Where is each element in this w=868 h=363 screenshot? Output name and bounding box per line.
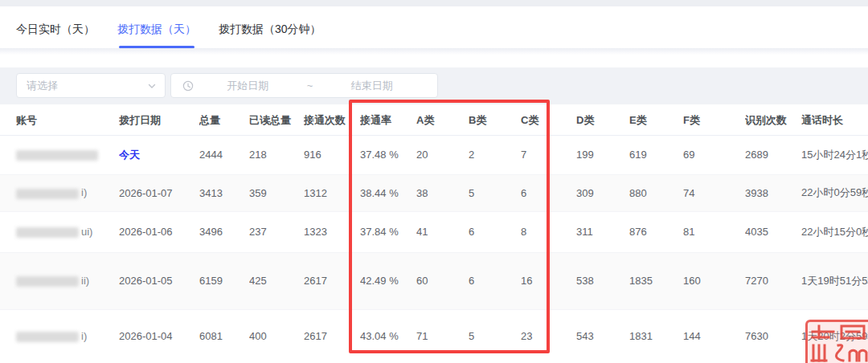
cell-connected: 1312 — [304, 174, 360, 211]
cell-connected: 916 — [304, 135, 360, 174]
account-select[interactable]: 请选择 — [16, 73, 166, 98]
cell-duration: 22小时15分0秒 — [801, 211, 868, 252]
cell-read-total: 359 — [249, 174, 304, 211]
tab-today-realtime[interactable]: 今日实时（天） — [16, 22, 95, 48]
column-header-class-b: B类 — [469, 106, 521, 135]
cell-class-c: 7 — [521, 135, 576, 174]
account-blur — [16, 332, 79, 342]
cell-class-e: 1831 — [629, 309, 683, 363]
cell-connect-rate: 42.49 % — [360, 252, 416, 309]
tabs-divider — [0, 48, 868, 55]
column-header-duration: 通话时长 — [801, 106, 868, 135]
cell-connect-rate: 38.44 % — [360, 174, 416, 211]
column-header-read-total: 已读总量 — [249, 106, 304, 135]
call-stats-table: 账号 拨打日期 总量 已读总量 接通次数 接通率 A类 B类 C类 D类 E类 … — [0, 106, 868, 363]
cell-duration: 15小时24分1秒 — [801, 135, 868, 174]
cell-class-c: 23 — [521, 309, 576, 363]
cell-account: i) — [0, 174, 119, 211]
cell-class-f: 69 — [683, 135, 745, 174]
cell-class-b: 5 — [469, 309, 521, 363]
page-top-strip — [0, 0, 868, 6]
account-blur — [16, 189, 79, 199]
cell-connect-rate: 43.04 % — [360, 309, 416, 363]
cell-connected: 2617 — [304, 309, 360, 363]
table-header-row: 账号 拨打日期 总量 已读总量 接通次数 接通率 A类 B类 C类 D类 E类 … — [0, 106, 868, 135]
column-header-class-e: E类 — [629, 106, 683, 135]
column-header-class-f: F类 — [683, 106, 745, 135]
table-row[interactable]: ui) 2026-01-06 3496 237 1323 37.84 % 41 … — [0, 211, 868, 252]
cell-recognized: 7270 — [745, 252, 801, 309]
column-header-class-d: D类 — [576, 106, 629, 135]
cell-class-f: 81 — [683, 211, 745, 252]
table-row[interactable]: i) 2026-01-07 3413 359 1312 38.44 % 38 5… — [0, 174, 868, 211]
date-range-picker[interactable]: 开始日期 ~ 结束日期 — [170, 73, 438, 98]
column-header-recognized: 识别次数 — [745, 106, 801, 135]
cell-total: 6159 — [199, 252, 249, 309]
cell-connected: 1323 — [304, 211, 360, 252]
call-stats-dashboard: 今日实时（天） 拨打数据（天） 拨打数据（30分钟） 请选择 开始日期 ~ 结束… — [0, 0, 868, 363]
cell-class-d: 538 — [576, 252, 629, 309]
table-body: 今天 2444 218 916 37.48 % 20 2 7 199 619 6… — [0, 135, 868, 363]
cell-duration: 1天20时2分59秒 — [801, 309, 868, 363]
column-header-class-a: A类 — [416, 106, 469, 135]
cell-duration: 1天19时51分5秒 — [801, 252, 868, 309]
table-row[interactable]: ii) 2026-01-05 6159 425 2617 42.49 % 60 … — [0, 252, 868, 309]
cell-recognized: 2689 — [745, 135, 801, 174]
table-container: 账号 拨打日期 总量 已读总量 接通次数 接通率 A类 B类 C类 D类 E类 … — [0, 106, 868, 363]
cell-read-total: 218 — [249, 135, 304, 174]
account-blur — [16, 150, 98, 161]
cell-recognized: 3938 — [745, 174, 801, 211]
cell-total: 3413 — [199, 174, 249, 211]
tab-call-data-30min[interactable]: 拨打数据（30分钟） — [219, 22, 321, 48]
chevron-down-icon — [147, 81, 157, 91]
cell-class-a: 71 — [416, 309, 469, 363]
column-header-class-c: C类 — [521, 106, 576, 135]
tab-call-data-day[interactable]: 拨打数据（天） — [117, 22, 196, 48]
cell-class-e: 619 — [629, 135, 683, 174]
cell-class-b: 6 — [469, 211, 521, 252]
cell-class-b: 2 — [469, 135, 521, 174]
cell-class-d: 309 — [576, 174, 629, 211]
cell-class-e: 880 — [629, 174, 683, 211]
cell-connect-rate: 37.48 % — [360, 135, 416, 174]
column-header-account: 账号 — [0, 106, 119, 135]
date-range-separator: ~ — [302, 80, 318, 92]
cell-call-date: 今天 — [119, 135, 199, 174]
cell-recognized: 7630 — [745, 309, 801, 363]
cell-read-total: 425 — [249, 252, 304, 309]
cell-call-date: 2026-01-07 — [119, 174, 199, 211]
cell-class-e: 876 — [629, 211, 683, 252]
cell-total: 3496 — [199, 211, 249, 252]
account-tail: i) — [81, 186, 87, 198]
cell-account — [0, 135, 119, 174]
cell-class-d: 311 — [576, 211, 629, 252]
cell-class-b: 6 — [469, 252, 521, 309]
start-date-placeholder: 开始日期 — [194, 79, 302, 93]
account-tail: ii) — [81, 275, 89, 287]
account-tail: ui) — [81, 226, 92, 238]
account-tail: i) — [81, 330, 87, 342]
cell-class-d: 543 — [576, 309, 629, 363]
cell-class-c: 16 — [521, 252, 576, 309]
cell-total: 2444 — [199, 135, 249, 174]
table-row[interactable]: i) 2026-01-04 6081 400 2617 43.04 % 71 5… — [0, 309, 868, 363]
cell-account: ui) — [0, 211, 119, 252]
table-row[interactable]: 今天 2444 218 916 37.48 % 20 2 7 199 619 6… — [0, 135, 868, 174]
cell-account: i) — [0, 309, 119, 363]
cell-recognized: 4035 — [745, 211, 801, 252]
cell-class-f: 74 — [683, 174, 745, 211]
cell-duration: 22小时0分59秒 — [801, 174, 868, 211]
cell-call-date: 2026-01-04 — [119, 309, 199, 363]
column-header-call-date: 拨打日期 — [119, 106, 199, 135]
cell-account: ii) — [0, 252, 119, 309]
account-blur — [16, 276, 79, 287]
cell-class-c: 6 — [521, 174, 576, 211]
cell-class-a: 38 — [416, 174, 469, 211]
cell-total: 6081 — [199, 309, 249, 363]
cell-class-b: 5 — [469, 174, 521, 211]
cell-class-a: 60 — [416, 252, 469, 309]
column-header-connected: 接通次数 — [304, 106, 360, 135]
cell-class-f: 144 — [683, 309, 745, 363]
end-date-placeholder: 结束日期 — [317, 79, 426, 93]
cell-class-c: 8 — [521, 211, 576, 252]
